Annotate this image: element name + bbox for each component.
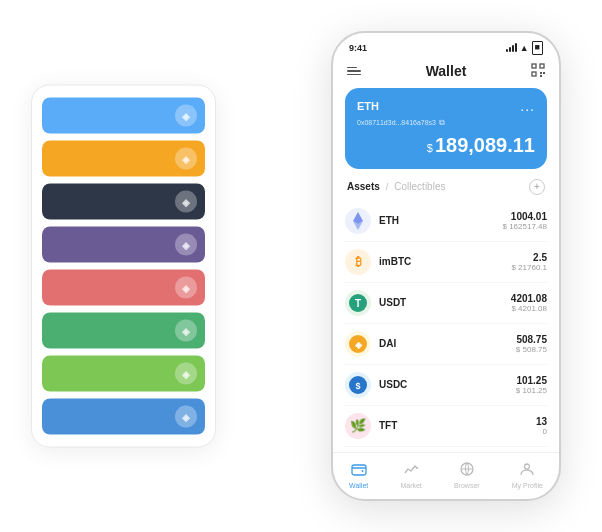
list-item[interactable]: ◈ — [42, 313, 205, 349]
market-nav-icon — [403, 461, 419, 480]
wallet-card[interactable]: ETH ... 0x08711d3d...8416a78s3 ⧉ $189,08… — [345, 88, 547, 169]
table-row[interactable]: T USDT 4201.08 $ 4201.08 — [345, 283, 547, 324]
asset-usd: $ 21760.1 — [511, 263, 547, 272]
svg-rect-14 — [352, 465, 366, 475]
table-row[interactable]: $ USDC 101.25 $ 101.25 — [345, 365, 547, 406]
svg-point-18 — [525, 464, 530, 469]
tab-collectibles[interactable]: Collectibles — [394, 181, 445, 192]
plus-icon: + — [534, 181, 540, 192]
card-icon: ◈ — [175, 363, 197, 385]
svg-text:◈: ◈ — [354, 340, 363, 350]
card-icon: ◈ — [175, 148, 197, 170]
table-row[interactable]: ◈ DAI 508.75 $ 508.75 — [345, 324, 547, 365]
assets-tabs: Assets / Collectibles + — [333, 179, 559, 201]
card-icon: ◈ — [175, 406, 197, 428]
asset-values: 13 0 — [536, 416, 547, 436]
profile-nav-icon — [519, 461, 535, 480]
asset-amount: 508.75 — [516, 334, 547, 345]
table-row[interactable]: ETH 1004.01 $ 162517.48 — [345, 201, 547, 242]
asset-name: DAI — [379, 338, 516, 349]
browser-nav-label: Browser — [454, 482, 480, 489]
asset-amount: 13 — [536, 416, 547, 427]
table-row[interactable]: ₿ imBTC 2.5 $ 21760.1 — [345, 242, 547, 283]
list-item[interactable]: ◈ — [42, 356, 205, 392]
list-item[interactable]: ◈ — [42, 227, 205, 263]
svg-rect-0 — [532, 64, 536, 68]
imbtc-icon: ₿ — [345, 249, 371, 275]
menu-button[interactable] — [347, 67, 361, 76]
browser-nav-icon — [459, 461, 475, 480]
wallet-amount: $189,089.11 — [357, 134, 535, 157]
asset-name: ETH — [379, 215, 503, 226]
add-asset-button[interactable]: + — [529, 179, 545, 195]
bottom-nav: Wallet Market Browser — [333, 452, 559, 499]
usdc-icon: $ — [345, 372, 371, 398]
phone-mockup: 9:41 ▲ ■ Wallet — [331, 31, 561, 501]
nav-item-browser[interactable]: Browser — [454, 461, 480, 489]
asset-amount: 4201.08 — [511, 293, 547, 304]
wallet-address: 0x08711d3d...8416a78s3 ⧉ — [357, 118, 535, 128]
list-item[interactable]: ◈ — [42, 98, 205, 134]
scan-button[interactable] — [531, 63, 545, 80]
usdt-icon: T — [345, 290, 371, 316]
scene: ◈ ◈ ◈ ◈ ◈ ◈ ◈ ◈ 9:41 — [21, 21, 581, 511]
tft-icon: 🌿 — [345, 413, 371, 439]
svg-text:T: T — [355, 298, 361, 309]
svg-point-15 — [361, 470, 363, 472]
copy-icon[interactable]: ⧉ — [439, 118, 445, 128]
svg-rect-3 — [540, 72, 542, 74]
asset-values: 4201.08 $ 4201.08 — [511, 293, 547, 313]
svg-point-16 — [416, 467, 418, 469]
asset-name: USDT — [379, 297, 511, 308]
phone-header: Wallet — [333, 59, 559, 88]
svg-rect-4 — [543, 72, 545, 74]
battery-icon: ■ — [532, 41, 543, 55]
asset-usd: $ 101.25 — [516, 386, 547, 395]
tab-assets[interactable]: Assets — [347, 181, 380, 192]
asset-usd: $ 508.75 — [516, 345, 547, 354]
menu-line — [347, 74, 361, 76]
asset-values: 508.75 $ 508.75 — [516, 334, 547, 354]
asset-usd: $ 4201.08 — [511, 304, 547, 313]
card-icon: ◈ — [175, 105, 197, 127]
wifi-icon: ▲ — [520, 43, 529, 53]
asset-amount: 1004.01 — [503, 211, 548, 222]
signal-icon — [506, 44, 517, 52]
list-item[interactable]: ◈ — [42, 399, 205, 435]
menu-line — [347, 70, 361, 72]
asset-values: 2.5 $ 21760.1 — [511, 252, 547, 272]
nav-item-wallet[interactable]: Wallet — [349, 461, 368, 489]
wallet-options-button[interactable]: ... — [520, 98, 535, 114]
asset-amount: 101.25 — [516, 375, 547, 386]
list-item[interactable]: ◈ — [42, 184, 205, 220]
card-icon: ◈ — [175, 234, 197, 256]
card-icon: ◈ — [175, 320, 197, 342]
asset-name: USDC — [379, 379, 516, 390]
svg-rect-5 — [540, 75, 542, 77]
svg-rect-2 — [532, 72, 536, 76]
page-title: Wallet — [426, 63, 467, 79]
asset-name: TFT — [379, 420, 536, 431]
card-icon: ◈ — [175, 191, 197, 213]
card-stack: ◈ ◈ ◈ ◈ ◈ ◈ ◈ ◈ — [31, 85, 216, 448]
tabs-left: Assets / Collectibles — [347, 181, 445, 192]
asset-values: 1004.01 $ 162517.48 — [503, 211, 548, 231]
asset-usd: 0 — [536, 427, 547, 436]
time-display: 9:41 — [349, 43, 367, 53]
svg-rect-1 — [540, 64, 544, 68]
asset-name: imBTC — [379, 256, 511, 267]
nav-item-profile[interactable]: My Profile — [512, 461, 543, 489]
status-bar: 9:41 ▲ ■ — [333, 33, 559, 59]
tab-separator: / — [386, 182, 389, 192]
wallet-nav-icon — [351, 461, 367, 480]
list-item[interactable]: ◈ — [42, 141, 205, 177]
asset-values: 101.25 $ 101.25 — [516, 375, 547, 395]
table-row[interactable]: 🌿 TFT 13 0 — [345, 406, 547, 447]
list-item[interactable]: ◈ — [42, 270, 205, 306]
dai-icon: ◈ — [345, 331, 371, 357]
asset-list: ETH 1004.01 $ 162517.48 ₿ imBTC 2.5 $ 21… — [333, 201, 559, 452]
svg-text:$: $ — [355, 381, 360, 391]
profile-nav-label: My Profile — [512, 482, 543, 489]
status-icons: ▲ ■ — [506, 41, 543, 55]
nav-item-market[interactable]: Market — [400, 461, 421, 489]
